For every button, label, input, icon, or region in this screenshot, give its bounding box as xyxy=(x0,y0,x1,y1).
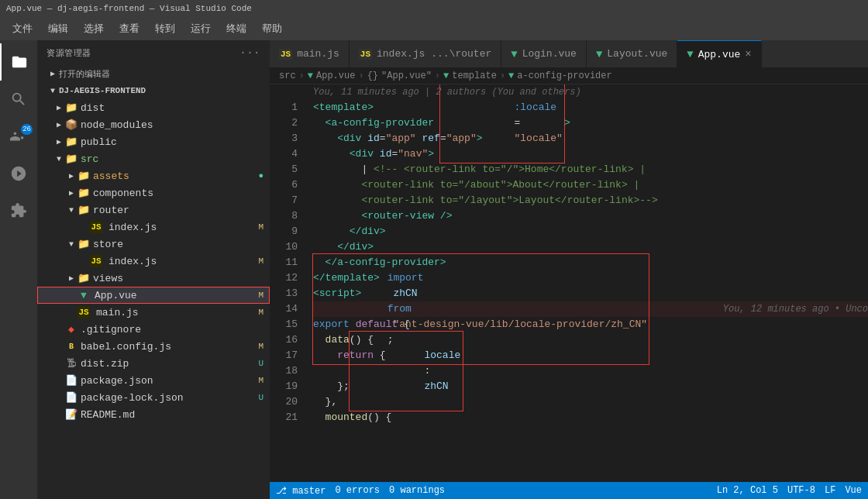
sidebar-item-views[interactable]: ▶ 📁 views xyxy=(37,270,270,287)
search-activity-icon[interactable] xyxy=(0,81,37,118)
attr-id-3: id xyxy=(361,131,379,146)
sidebar-header: 资源管理器 ··· xyxy=(37,40,270,65)
sidebar-item-store-index[interactable]: ▶ JS index.js M xyxy=(37,253,270,270)
sidebar-item-package-lock[interactable]: ▶ 📄 package-lock.json U xyxy=(37,389,270,406)
source-control-activity-icon[interactable]: 26 xyxy=(0,118,37,155)
extensions-activity-icon[interactable] xyxy=(0,192,37,229)
public-label: public xyxy=(81,136,270,148)
breadcrumb-template[interactable]: template xyxy=(452,71,497,81)
indent-4 xyxy=(313,146,350,162)
line-num-2: 2 xyxy=(270,115,307,131)
func-mounted: mounted xyxy=(326,410,368,425)
code-line-3: <div id = "app" ref = "app" > xyxy=(313,131,868,146)
src-label: src xyxy=(81,153,270,165)
views-folder-icon: 📁 xyxy=(78,272,90,284)
menu-view[interactable]: 查看 xyxy=(113,20,146,37)
colon-18: : xyxy=(424,365,436,377)
tab-main-js[interactable]: JS main.js xyxy=(270,40,350,67)
line-num-12: 12 xyxy=(270,270,307,286)
breadcrumb-vue-icon: ▼ xyxy=(308,71,313,81)
sidebar-item-app-vue[interactable]: ▶ ▼ App.vue M xyxy=(37,287,270,304)
breadcrumb-config-provider[interactable]: a-config-provider xyxy=(517,71,611,81)
locale-line-highlighted: locale : zhCN xyxy=(350,332,463,411)
keyword-import: import xyxy=(388,272,424,284)
status-right: Ln 2, Col 5 UTF-8 LF Vue xyxy=(717,485,862,496)
sidebar-item-readme[interactable]: ▶ 📝 README.md xyxy=(37,406,270,423)
sidebar-item-public[interactable]: ▶ 📁 public xyxy=(37,133,270,150)
sidebar-title: 资源管理器 xyxy=(46,47,91,59)
debug-activity-icon[interactable] xyxy=(0,155,37,192)
sidebar-item-gitignore[interactable]: ▶ ◆ .gitignore xyxy=(37,321,270,338)
package-json-badge: M xyxy=(258,376,264,385)
line-num-18: 18 xyxy=(270,363,307,379)
func-data: data xyxy=(326,332,350,348)
tab-index-router[interactable]: JS index.js ...\router xyxy=(350,40,501,67)
space-2 xyxy=(434,115,440,131)
sidebar: 资源管理器 ··· ▶ 打开的编辑器 ▼ DJ-AEGIS-FRONTEND ▶… xyxy=(37,40,270,499)
menu-edit[interactable]: 编辑 xyxy=(42,20,74,37)
package-json-icon: 📄 xyxy=(65,374,78,387)
breadcrumb-sep4: › xyxy=(500,71,505,81)
paren-21: () { xyxy=(367,410,391,425)
tag-div-nav-end: </div> xyxy=(350,224,386,239)
sidebar-item-router-index[interactable]: ▶ JS index.js M xyxy=(37,219,270,236)
menu-help[interactable]: 帮助 xyxy=(256,20,288,37)
editor-area: JS main.js JS index.js ...\router ▼ Logi… xyxy=(270,40,868,499)
files-activity-icon[interactable] xyxy=(0,43,37,81)
node-modules-icon: 📦 xyxy=(65,119,78,131)
breadcrumb-src[interactable]: src xyxy=(279,71,296,81)
dist-folder-icon: 📁 xyxy=(65,102,78,114)
sidebar-item-router[interactable]: ▼ 📁 router xyxy=(37,201,270,219)
menu-terminal[interactable]: 终端 xyxy=(220,20,253,37)
sidebar-item-dist-zip[interactable]: ▶ 🗜 dist.zip U xyxy=(37,355,270,372)
tab-app-vue-close[interactable]: × xyxy=(745,48,751,60)
menu-file[interactable]: 文件 xyxy=(6,20,39,37)
tab-app-vue[interactable]: ▼ App.vue × xyxy=(677,40,761,67)
menu-goto[interactable]: 转到 xyxy=(149,20,181,37)
sidebar-item-babel[interactable]: ▶ B babel.config.js M xyxy=(37,338,270,355)
status-encoding[interactable]: UTF-8 xyxy=(787,485,815,496)
sidebar-item-assets[interactable]: ▶ 📁 assets ● xyxy=(37,167,270,184)
store-folder-icon: 📁 xyxy=(78,238,90,250)
code-content[interactable]: You, 11 minutes ago | 2 authors (You and… xyxy=(307,84,868,482)
menu-run[interactable]: 运行 xyxy=(184,20,217,37)
zip-label: dist.zip xyxy=(81,358,258,370)
sidebar-item-dist[interactable]: ▶ 📁 dist xyxy=(37,99,270,116)
keyword-export: export xyxy=(313,317,350,332)
sidebar-item-src[interactable]: ▼ 📁 src xyxy=(37,150,270,167)
package-lock-label: package-lock.json xyxy=(81,392,258,404)
space-15b: { xyxy=(398,317,410,332)
components-label: components xyxy=(93,188,270,199)
package-lock-badge: U xyxy=(258,393,264,402)
sidebar-item-node-modules[interactable]: ▶ 📦 node_modules xyxy=(37,116,270,133)
status-position[interactable]: Ln 2, Col 5 xyxy=(717,485,778,496)
sidebar-menu-icon[interactable]: ··· xyxy=(239,46,260,59)
git-branch[interactable]: ⎇ master xyxy=(276,485,326,497)
router-index-badge: M xyxy=(258,222,264,232)
breadcrumb-braces[interactable]: {} xyxy=(367,71,378,81)
main-js-icon: JS xyxy=(78,306,90,318)
sidebar-item-package-json[interactable]: ▶ 📄 package.json M xyxy=(37,372,270,389)
status-language[interactable]: Vue xyxy=(845,485,862,496)
code-line-10: </div> xyxy=(313,239,868,255)
router-label: router xyxy=(93,205,270,216)
line-num-6: 6 xyxy=(270,177,307,193)
open-editors-section[interactable]: ▶ 打开的编辑器 xyxy=(37,65,270,82)
breadcrumb-appvue-str[interactable]: "App.vue" xyxy=(381,71,432,81)
sidebar-item-store[interactable]: ▼ 📁 store xyxy=(37,236,270,253)
tab-layout-vue[interactable]: ▼ Layout.vue xyxy=(587,40,677,67)
code-line-21: mounted () { xyxy=(313,410,868,425)
eq-4: = xyxy=(391,146,398,162)
sidebar-item-main-js[interactable]: ▶ JS main.js M xyxy=(37,304,270,321)
tab-login-vue[interactable]: ▼ Login.vue xyxy=(501,40,587,67)
readme-label: README.md xyxy=(81,409,270,421)
app-vue-icon: ▼ xyxy=(78,289,90,301)
code-line-2: <a-config-provider :locale = "locale" > xyxy=(313,115,868,131)
project-root[interactable]: ▼ DJ-AEGIS-FRONTEND xyxy=(37,82,270,99)
sidebar-item-components[interactable]: ▶ 📁 components xyxy=(37,184,270,201)
menu-select[interactable]: 选择 xyxy=(78,20,110,37)
status-line-ending[interactable]: LF xyxy=(825,485,835,496)
val-nav: "nav" xyxy=(398,146,428,162)
code-container[interactable]: · 1 2 3 4 5 6 7 8 9 10 11 12 13 14 15 16… xyxy=(270,84,868,482)
breadcrumb-app-vue[interactable]: App.vue xyxy=(316,71,355,81)
